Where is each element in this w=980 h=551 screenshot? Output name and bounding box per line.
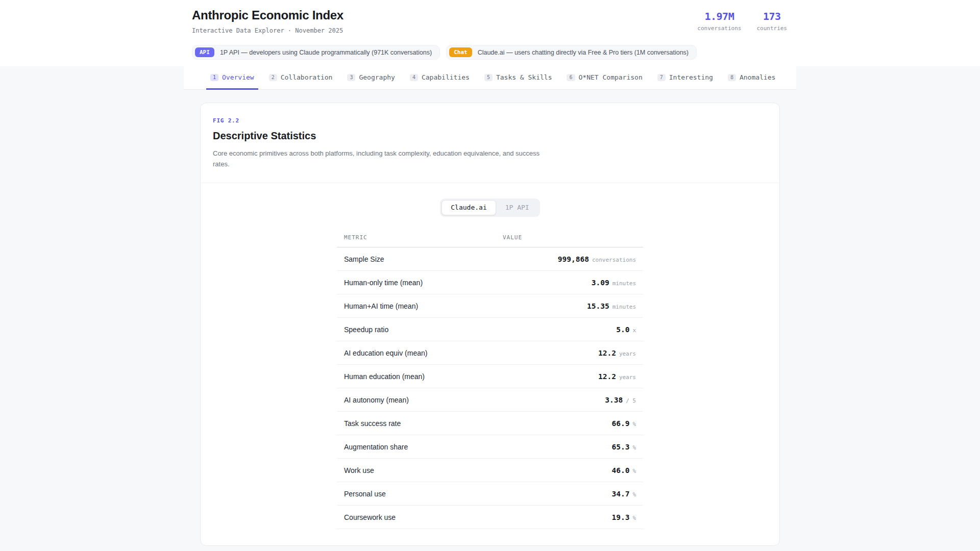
stat-countries: 173 countries bbox=[756, 10, 787, 32]
page-subtitle: Interactive Data Explorer · November 202… bbox=[192, 27, 344, 34]
metric-unit: x bbox=[632, 327, 636, 334]
table-row: Augmentation share 65.3% bbox=[337, 435, 643, 459]
stat-value: 1.97M bbox=[697, 10, 741, 22]
header-stats: 1.97M conversations 173 countries bbox=[697, 10, 788, 32]
metric-label: Human+AI time (mean) bbox=[344, 302, 418, 310]
tab-label: O*NET Comparison bbox=[579, 73, 643, 81]
page-title: Anthropic Economic Index bbox=[192, 8, 344, 22]
metric-label: Task success rate bbox=[344, 419, 401, 428]
metric-value: 3.09 bbox=[592, 279, 609, 287]
metric-label: AI autonomy (mean) bbox=[344, 396, 409, 404]
toggle-option-claude-ai[interactable]: Claude.ai bbox=[442, 200, 496, 215]
table-row: Speedup ratio 5.0x bbox=[337, 318, 643, 341]
tab-overview[interactable]: 1 Overview bbox=[206, 66, 258, 90]
metric-value: 66.9 bbox=[611, 419, 629, 428]
metric-value: 3.38 bbox=[605, 396, 623, 404]
tab-number-badge: 8 bbox=[728, 74, 736, 81]
toggle-option-1p-api[interactable]: 1P API bbox=[496, 200, 538, 215]
platform-legend: API 1P API — developers using Claude pro… bbox=[192, 45, 788, 60]
table-row: Human education (mean) 12.2years bbox=[337, 365, 643, 388]
table-row: Coursework use 19.3% bbox=[337, 506, 643, 529]
table-row: AI autonomy (mean) 3.38/ 5 bbox=[337, 388, 643, 412]
chat-badge: Chat bbox=[449, 47, 472, 57]
metric-unit: years bbox=[619, 374, 636, 381]
tab-tasks-skills[interactable]: 5 Tasks & Skills bbox=[480, 66, 556, 90]
metric-label: Sample Size bbox=[344, 255, 384, 263]
tab-number-badge: 3 bbox=[347, 74, 355, 81]
tab-collaboration[interactable]: 2 Collaboration bbox=[265, 66, 337, 90]
metric-unit: % bbox=[632, 444, 636, 451]
statistics-table: METRIC VALUE Sample Size 999,868conversa… bbox=[337, 234, 643, 529]
metric-label: Coursework use bbox=[344, 513, 396, 521]
table-row: Human-only time (mean) 3.09minutes bbox=[337, 271, 643, 294]
table-row: AI education equiv (mean) 12.2years bbox=[337, 341, 643, 365]
metric-label: Human-only time (mean) bbox=[344, 279, 423, 287]
tab-number-badge: 1 bbox=[210, 74, 218, 81]
table-header-row: METRIC VALUE bbox=[337, 234, 643, 247]
main-content: FIG 2.2 Descriptive Statistics Core econ… bbox=[0, 103, 980, 551]
tab-anomalies[interactable]: 8 Anomalies bbox=[724, 66, 779, 90]
platform-description: 1P API — developers using Claude program… bbox=[220, 49, 432, 56]
platform-pill-chat: Chat Claude.ai — users chatting directly… bbox=[446, 45, 697, 60]
platform-description: Claude.ai — users chatting directly via … bbox=[478, 49, 689, 56]
tab-label: Geography bbox=[359, 73, 395, 81]
figure-title: Descriptive Statistics bbox=[213, 130, 767, 142]
tab-number-badge: 2 bbox=[269, 74, 277, 81]
metric-unit: % bbox=[632, 468, 636, 474]
tab-geography[interactable]: 3 Geography bbox=[343, 66, 399, 90]
tab-label: Interesting bbox=[669, 73, 713, 81]
metric-label: Personal use bbox=[344, 490, 386, 498]
tab-label: Anomalies bbox=[740, 73, 775, 81]
metric-value: 46.0 bbox=[611, 466, 629, 474]
metric-label: Human education (mean) bbox=[344, 372, 425, 381]
stat-value: 173 bbox=[756, 10, 787, 22]
metric-label: Work use bbox=[344, 466, 374, 474]
metric-value: 34.7 bbox=[611, 490, 629, 498]
figure-description: Core economic primitives across both pla… bbox=[213, 148, 552, 170]
tab-label: Tasks & Skills bbox=[496, 73, 552, 81]
metric-unit: / 5 bbox=[626, 397, 636, 404]
tab-onet-comparison[interactable]: 6 O*NET Comparison bbox=[562, 66, 646, 90]
metric-value: 15.35 bbox=[587, 302, 609, 310]
figure-number-label: FIG 2.2 bbox=[213, 117, 767, 124]
metric-value: 5.0 bbox=[616, 325, 629, 334]
metric-unit: % bbox=[632, 421, 636, 428]
table-row: Work use 46.0% bbox=[337, 459, 643, 482]
figure-card-header: FIG 2.2 Descriptive Statistics Core econ… bbox=[201, 103, 779, 183]
tab-label: Overview bbox=[222, 73, 254, 81]
metric-unit: years bbox=[619, 350, 636, 357]
metric-value: 19.3 bbox=[611, 513, 629, 521]
tab-bar: 1 Overview 2 Collaboration 3 Geography 4… bbox=[0, 66, 980, 90]
figure-card: FIG 2.2 Descriptive Statistics Core econ… bbox=[200, 103, 780, 546]
table-row: Sample Size 999,868conversations bbox=[337, 247, 643, 271]
metric-label: AI education equiv (mean) bbox=[344, 349, 427, 357]
tab-label: Collaboration bbox=[281, 73, 333, 81]
tab-capabilities[interactable]: 4 Capabilities bbox=[406, 66, 474, 90]
table-row: Task success rate 66.9% bbox=[337, 412, 643, 435]
platform-toggle: Claude.ai 1P API bbox=[440, 198, 540, 217]
tab-interesting[interactable]: 7 Interesting bbox=[653, 66, 717, 90]
metric-unit: minutes bbox=[612, 280, 636, 287]
tab-number-badge: 7 bbox=[657, 74, 666, 81]
stat-label: countries bbox=[756, 25, 787, 32]
api-badge: API bbox=[195, 47, 214, 57]
title-block: Anthropic Economic Index Interactive Dat… bbox=[192, 8, 344, 34]
metric-unit: conversations bbox=[592, 257, 636, 263]
figure-card-body: Claude.ai 1P API METRIC VALUE Sample Siz… bbox=[201, 183, 779, 545]
metric-value: 65.3 bbox=[611, 443, 629, 451]
metric-label: Speedup ratio bbox=[344, 325, 388, 334]
tab-number-badge: 6 bbox=[567, 74, 575, 81]
platform-pill-api: API 1P API — developers using Claude pro… bbox=[192, 45, 440, 60]
tab-number-badge: 5 bbox=[484, 74, 493, 81]
site-header: Anthropic Economic Index Interactive Dat… bbox=[0, 0, 980, 66]
column-header-value: VALUE bbox=[503, 234, 522, 241]
tab-number-badge: 4 bbox=[410, 74, 418, 81]
metric-value: 12.2 bbox=[598, 349, 616, 357]
table-row: Human+AI time (mean) 15.35minutes bbox=[337, 294, 643, 318]
metric-value: 12.2 bbox=[598, 372, 616, 381]
metric-label: Augmentation share bbox=[344, 443, 408, 451]
column-header-metric: METRIC bbox=[344, 234, 503, 241]
metric-unit: % bbox=[632, 491, 636, 498]
table-row: Personal use 34.7% bbox=[337, 482, 643, 506]
stat-label: conversations bbox=[697, 25, 741, 32]
